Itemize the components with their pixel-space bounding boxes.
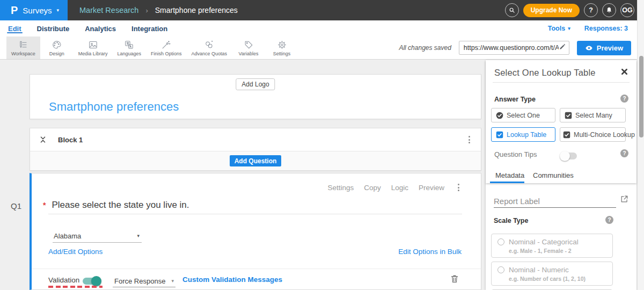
tab-integration[interactable]: Integration <box>131 20 167 37</box>
radio-icon[interactable] <box>497 266 504 273</box>
pencil-icon <box>559 43 566 50</box>
tools-menu[interactable]: Tools▾ <box>548 25 570 32</box>
search-button[interactable] <box>505 3 519 17</box>
question-actions: Settings Copy Logic Preview <box>327 182 462 193</box>
product-switcher[interactable]: P Surveys ▾ <box>0 0 68 20</box>
custom-validation-messages-link[interactable]: Custom Validation Messages <box>182 276 282 284</box>
breadcrumb: Market Research › Smartphone preferences <box>79 0 238 20</box>
chain-links-icon <box>204 40 214 50</box>
validation-label: Validation <box>48 276 79 284</box>
question-text-underline <box>48 214 462 214</box>
panel-tab-communities[interactable]: Communities <box>533 171 574 179</box>
square-check-icon <box>496 131 503 139</box>
question-tips-toggle[interactable] <box>561 153 577 160</box>
bell-icon <box>605 6 613 14</box>
question-copy-link[interactable]: Copy <box>364 184 381 192</box>
scrollbar-thumb[interactable] <box>639 56 643 137</box>
block-footer: Add Question <box>30 151 481 170</box>
block-menu-dots-icon[interactable] <box>466 134 472 146</box>
vertical-scrollbar <box>637 0 644 290</box>
workspace-icon <box>18 40 28 50</box>
topbar: P Surveys ▾ Market Research › Smartphone… <box>0 0 644 20</box>
chevron-down-icon: ▾ <box>57 8 60 13</box>
panel-close-button[interactable] <box>620 68 628 76</box>
add-logo-button[interactable]: Add Logo <box>236 78 275 90</box>
external-link-icon[interactable] <box>620 194 629 204</box>
eye-icon <box>585 44 593 52</box>
question-text[interactable]: Please select the state you live in. <box>52 200 189 211</box>
toolbar-item-settings[interactable]: Settings <box>265 37 298 59</box>
question-tips-help-icon[interactable]: ? <box>620 149 628 157</box>
question-card: Settings Copy Logic Preview * Please sel… <box>30 173 481 290</box>
upgrade-now-button[interactable]: Upgrade Now <box>523 4 580 17</box>
toolbar-item-media-library[interactable]: Media Library <box>74 37 113 59</box>
tab-distribute[interactable]: Distribute <box>37 20 70 37</box>
chevron-down-icon: ▾ <box>137 234 140 238</box>
question-menu-dots-icon[interactable] <box>456 182 462 193</box>
survey-title[interactable]: Smartphone preferences <box>49 100 179 114</box>
add-question-button[interactable]: Add Question <box>230 155 282 166</box>
radio-icon[interactable] <box>497 238 504 245</box>
breadcrumb-folder[interactable]: Market Research <box>79 6 138 15</box>
scale-option-example: e.g. Male - 1, Female - 2 <box>509 248 607 254</box>
toolbar-item-finish-options[interactable]: Finish Options <box>146 37 187 59</box>
survey-url-input[interactable] <box>464 44 559 52</box>
circle-check-icon <box>496 112 503 119</box>
validation-section-divider <box>32 269 481 269</box>
validation-toggle[interactable] <box>83 278 100 285</box>
answer-dropdown[interactable]: Alabama ▾ <box>53 229 142 243</box>
preview-button[interactable]: Preview <box>577 41 631 55</box>
toolbar-item-variables[interactable]: Variables <box>232 37 265 59</box>
answer-option-lookup-table[interactable]: Lookup Table <box>491 127 555 142</box>
avatar[interactable]: OG <box>620 3 634 17</box>
tab-analytics[interactable]: Analytics <box>85 20 116 37</box>
collapse-block-icon[interactable] <box>39 135 47 144</box>
tab-edit[interactable]: Edit <box>8 20 21 37</box>
delete-question-button[interactable] <box>450 273 459 284</box>
toolbar-right: All changes saved Preview <box>399 37 631 59</box>
image-icon <box>88 40 98 50</box>
survey-url-box <box>459 41 569 55</box>
panel-tab-metadata[interactable]: Metadata <box>495 171 524 179</box>
close-icon <box>620 68 628 76</box>
block-name: Block 1 <box>58 136 83 144</box>
toolbar-item-workspace[interactable]: Workspace <box>6 37 40 59</box>
active-panel-tab-underline <box>490 182 524 183</box>
palette-icon <box>52 40 62 50</box>
force-response-dropdown[interactable]: Force Response ▾ <box>113 275 175 287</box>
report-label-input[interactable] <box>494 195 616 208</box>
answer-option-select-many[interactable]: Select Many <box>560 108 626 122</box>
scale-type-help-icon[interactable]: ? <box>605 216 613 224</box>
survey-header-card: Add Logo Smartphone preferences <box>30 74 481 119</box>
question-logic-link[interactable]: Logic <box>391 184 408 192</box>
question-settings-link[interactable]: Settings <box>327 184 354 192</box>
scale-option-nominal-categorical[interactable]: Nominal - Categorical e.g. Male - 1, Fem… <box>491 234 613 258</box>
gear-icon <box>277 40 287 50</box>
toolbar-items: Workspace Design Media Library Languages… <box>6 37 298 59</box>
help-button[interactable]: ? <box>584 3 598 17</box>
edit-options-in-bulk-link[interactable]: Edit Options in Bulk <box>398 248 462 256</box>
answer-dropdown-value: Alabama <box>54 232 81 240</box>
edit-url-button[interactable] <box>559 43 566 53</box>
answer-type-help-icon[interactable]: ? <box>620 95 628 103</box>
toolbar-item-advance-quotas[interactable]: Advance Quotas <box>186 37 232 59</box>
toolbar-item-languages[interactable]: Languages <box>112 37 146 59</box>
questionpro-logo-icon: P <box>11 4 18 17</box>
product-name: Surveys <box>23 6 52 15</box>
scale-option-example: e.g. Number of cars (1, 2, 10) <box>509 276 607 282</box>
responses-link[interactable]: Responses: 3 <box>584 25 628 32</box>
panel-top-section: Select One Lookup Table Answer Type ? Se… <box>486 60 636 183</box>
scale-option-nominal-numeric[interactable]: Nominal - Numeric e.g. Number of cars (1… <box>491 262 613 286</box>
trash-icon <box>450 273 459 284</box>
block-card: Block 1 Add Question <box>30 128 481 171</box>
answer-option-select-one[interactable]: Select One <box>491 108 555 122</box>
add-edit-options-link[interactable]: Add/Edit Options <box>48 248 103 256</box>
question-text-row: * Please select the state you live in. <box>43 200 189 211</box>
answer-option-multi-choice-lookup[interactable]: Multi-Choice Lookup <box>560 127 626 142</box>
tag-icon <box>244 40 254 50</box>
question-preview-link[interactable]: Preview <box>419 184 444 192</box>
topbar-actions: Upgrade Now ? OG <box>505 0 634 20</box>
toolbar-item-design[interactable]: Design <box>40 37 74 59</box>
panel-metadata-section: Scale Type ? Nominal - Categorical e.g. … <box>486 183 636 290</box>
notifications-button[interactable] <box>602 3 616 17</box>
